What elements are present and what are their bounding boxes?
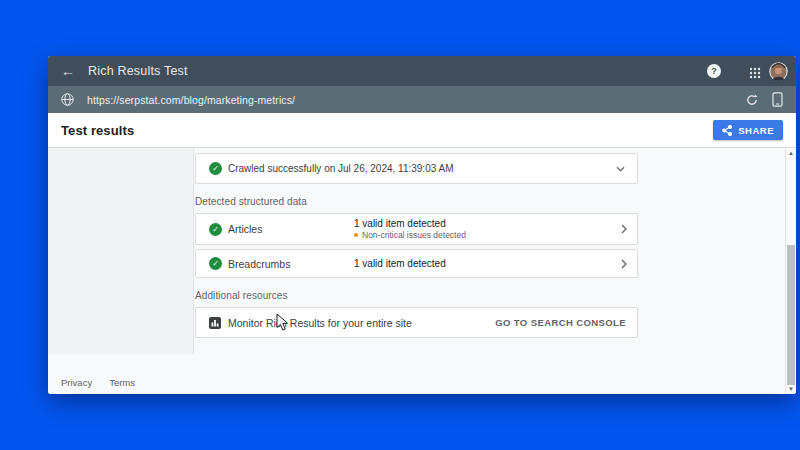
- app-bar: ← Rich Results Test ?: [48, 56, 796, 86]
- rich-results-test-window: ← Rich Results Test ?: [48, 56, 796, 394]
- back-arrow-icon[interactable]: ←: [61, 64, 79, 78]
- articles-row[interactable]: ✓ Articles 1 valid item detected Non-cri…: [195, 213, 638, 245]
- crawl-status-text: Crawled successfully on Jul 26, 2024, 11…: [228, 163, 454, 174]
- footer-links: Privacy Terms: [61, 377, 135, 388]
- go-to-search-console-link[interactable]: GO TO SEARCH CONSOLE: [495, 317, 626, 328]
- scroll-down-arrow-icon[interactable]: ▼: [786, 386, 796, 392]
- scrollbar[interactable]: ▲ ▼: [785, 148, 795, 394]
- desktop-background: { "colors": { "background": "#0455f0", "…: [0, 0, 800, 450]
- item-status: 1 valid item detected: [354, 218, 611, 229]
- help-icon[interactable]: ?: [707, 64, 721, 78]
- scrollbar-thumb[interactable]: [787, 245, 795, 385]
- terms-link[interactable]: Terms: [109, 377, 135, 388]
- globe-icon: [61, 93, 74, 106]
- share-label: SHARE: [738, 125, 774, 136]
- page-title: Test results: [61, 123, 134, 138]
- results-content: ✓ Crawled successfully on Jul 26, 2024, …: [48, 148, 796, 394]
- share-icon: [722, 125, 732, 136]
- item-name: Breadcrumbs: [228, 258, 290, 270]
- url-text[interactable]: https://serpstat.com/blog/marketing-metr…: [87, 94, 295, 106]
- share-button[interactable]: SHARE: [713, 120, 783, 140]
- url-bar[interactable]: https://serpstat.com/blog/marketing-metr…: [48, 86, 796, 113]
- item-note: Non-critical issues detected: [362, 230, 466, 240]
- apps-grid-icon[interactable]: [749, 65, 761, 77]
- monitor-label: Monitor Rich Results for your entire sit…: [228, 317, 412, 329]
- additional-section-label: Additional resources: [195, 290, 638, 301]
- app-title: Rich Results Test: [88, 64, 188, 78]
- item-status: 1 valid item detected: [354, 258, 611, 269]
- privacy-link[interactable]: Privacy: [61, 377, 92, 388]
- smartphone-icon[interactable]: [772, 92, 783, 107]
- success-check-icon: ✓: [209, 257, 222, 270]
- chevron-right-icon[interactable]: [611, 224, 637, 234]
- warning-dot-icon: [354, 233, 358, 237]
- breadcrumbs-row[interactable]: ✓ Breadcrumbs 1 valid item detected: [195, 249, 638, 278]
- user-avatar[interactable]: [769, 62, 788, 81]
- success-check-icon: ✓: [209, 223, 222, 236]
- refresh-icon[interactable]: [746, 94, 758, 106]
- search-console-icon: [209, 317, 221, 329]
- left-panel: [48, 148, 194, 354]
- success-check-icon: ✓: [209, 162, 222, 175]
- results-toolbar: Test results SHARE: [48, 113, 796, 148]
- chevron-right-icon[interactable]: [611, 259, 637, 269]
- results-column: ✓ Crawled successfully on Jul 26, 2024, …: [195, 148, 638, 338]
- chevron-down-icon[interactable]: [616, 166, 625, 172]
- monitor-rich-results-row[interactable]: Monitor Rich Results for your entire sit…: [195, 307, 638, 338]
- scroll-up-arrow-icon[interactable]: ▲: [786, 150, 796, 156]
- crawl-status-card[interactable]: ✓ Crawled successfully on Jul 26, 2024, …: [195, 153, 638, 184]
- detected-section-label: Detected structured data: [195, 196, 638, 207]
- item-name: Articles: [228, 223, 262, 235]
